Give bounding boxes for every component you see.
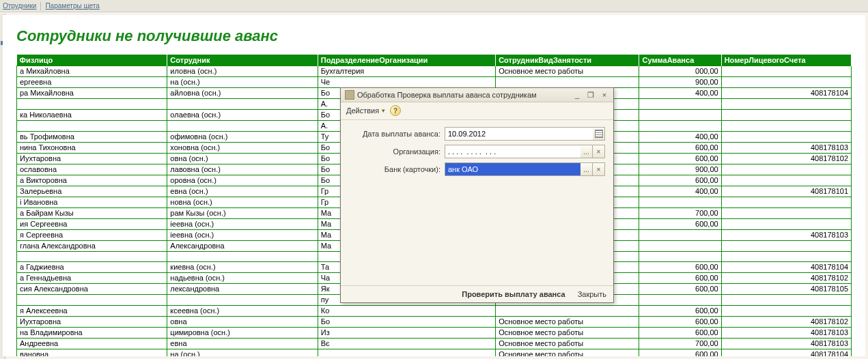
cell	[721, 175, 851, 186]
cell: 600,00	[639, 219, 721, 230]
cell: ра Михайловна	[17, 88, 167, 99]
table-row[interactable]: ергеевнана (осн.)Че900,00	[17, 77, 852, 88]
cell: іеевна (осн.)	[167, 219, 318, 230]
cell: ергеевна	[17, 77, 167, 88]
table-row[interactable]: АндреевнаевнаВєОсновное место работы700,…	[17, 339, 852, 349]
cell: ия Сергеевна	[17, 219, 167, 230]
cell	[17, 121, 167, 132]
cell: 600,00	[639, 349, 721, 357]
col-schet[interactable]: НомерЛицевогоСчета	[721, 55, 851, 66]
org-clear-button[interactable]: ×	[593, 145, 605, 158]
cell: Вє	[318, 339, 495, 349]
tab-report-params[interactable]: Параметры щета	[45, 2, 99, 10]
cell: а Байрам Кызы	[17, 208, 167, 219]
cell: Александровна	[167, 241, 318, 252]
field-organization: Организация: ... ×	[349, 145, 605, 158]
dialog-footer: Проверить выплату аванса Закрыть	[341, 285, 613, 302]
cell: евна (осн.)	[167, 186, 318, 197]
cell	[167, 99, 318, 110]
cell: 700,00	[639, 208, 721, 219]
field-date: Дата выплаты аванса:	[349, 127, 605, 141]
cell	[639, 110, 721, 121]
table-row[interactable]: вановнана (осн.)Основное место работы600…	[17, 349, 852, 357]
cell: офимовна (осн.)	[167, 132, 318, 143]
table-row[interactable]: я Алексеевнаксеевна (осн.)Ко600,00	[17, 306, 852, 317]
dialog-body: Дата выплаты аванса: Организация: ... × …	[341, 120, 613, 285]
cell: Иухтаровна	[17, 154, 167, 164]
bank-select-button[interactable]: ...	[580, 162, 593, 176]
cell	[17, 99, 167, 110]
bank-clear-button[interactable]: ×	[593, 162, 605, 176]
tab-employees[interactable]: Отрудники	[3, 2, 36, 10]
cell: овна (осн.)	[167, 154, 318, 164]
cell: оровна (осн.)	[167, 175, 318, 186]
cell: Основное место работы	[496, 339, 639, 349]
cell: 408178103	[721, 230, 851, 241]
cell: овна	[167, 317, 318, 328]
cell: 600,00	[639, 284, 721, 295]
cell	[721, 219, 851, 230]
cell	[721, 132, 851, 143]
col-vid[interactable]: СотрудникВидЗанятости	[496, 55, 639, 66]
report-title: Сотрудники не получившие аванс	[16, 27, 852, 45]
bank-input[interactable]	[445, 162, 580, 176]
org-input[interactable]	[445, 145, 580, 158]
cell: 408178103	[721, 143, 851, 154]
cell	[721, 99, 851, 110]
cell: а Геннадьевна	[17, 273, 167, 284]
cell	[721, 197, 851, 208]
cell	[721, 252, 851, 262]
dialog-check-advance: Обработка Проверка выплаты аванса сотруд…	[340, 87, 614, 303]
date-input[interactable]	[445, 127, 593, 141]
cell: я Алексеевна	[17, 306, 167, 317]
cell: 600,00	[639, 262, 721, 273]
cell: 408178102	[721, 317, 851, 328]
cell	[721, 77, 851, 88]
cell: Иухтаровна	[17, 317, 167, 328]
cell: Залерьевна	[17, 186, 167, 197]
cell	[721, 208, 851, 219]
org-select-button[interactable]: ...	[580, 145, 593, 158]
cell: хоновна (осн.)	[167, 143, 318, 154]
actions-label: Действия	[346, 106, 379, 115]
cell: евна	[167, 339, 318, 349]
cell: лександровна	[167, 284, 318, 295]
cell: 408178103	[721, 339, 851, 349]
col-summa[interactable]: СуммаАванса	[639, 55, 721, 66]
col-sotrudnik[interactable]: Сотрудник	[167, 55, 318, 66]
dialog-close-button[interactable]: ×	[600, 91, 609, 100]
col-fizlico[interactable]: Физлицо	[17, 55, 167, 66]
cell: айловна (осн.)	[167, 88, 318, 99]
check-payment-button[interactable]: Проверить выплату аванса	[462, 290, 565, 298]
cell: Че	[318, 77, 495, 88]
close-button[interactable]: Закрыть	[578, 290, 606, 298]
col-podrazdel[interactable]: ПодразделениеОрганизации	[318, 55, 495, 66]
table-row[interactable]: а Михайловнаиловна (осн.)БухгалтерияОсно…	[17, 66, 852, 77]
cell: Бо	[318, 317, 495, 328]
dialog-app-icon	[345, 90, 354, 100]
cell: нина Тихоновна	[17, 143, 167, 154]
cell: Основное место работы	[496, 66, 639, 77]
cell: вь Трофимовна	[17, 132, 167, 143]
cell: ксеевна (осн.)	[167, 306, 318, 317]
table-row[interactable]: ИухтаровнаовнаБоОсновное место работы600…	[17, 317, 852, 328]
cell: Основное место работы	[496, 317, 639, 328]
cell: иловна (осн.)	[167, 66, 318, 77]
cell: 900,00	[639, 77, 721, 88]
cell: а Михайловна	[17, 66, 167, 77]
cell: 600,00	[639, 273, 721, 284]
dialog-titlebar[interactable]: Обработка Проверка выплаты аванса сотруд…	[341, 88, 613, 102]
dialog-minimize-button[interactable]: _	[572, 91, 582, 100]
cell: я Сергеевна	[17, 230, 167, 241]
table-row[interactable]: на Владимировнацимировна (осн.)ИзОсновно…	[17, 328, 852, 339]
calendar-icon[interactable]	[593, 127, 605, 141]
help-icon[interactable]: ?	[390, 105, 401, 116]
dialog-restore-button[interactable]: ❐	[586, 91, 596, 100]
cell: Основное место работы	[496, 328, 639, 339]
date-label: Дата выплаты аванса:	[349, 130, 445, 138]
actions-menu[interactable]: Действия ▼	[346, 106, 386, 115]
cell: 600,00	[639, 328, 721, 339]
cell: Ко	[318, 306, 495, 317]
cell: Из	[318, 328, 495, 339]
cell: сия Александровна	[17, 284, 167, 295]
